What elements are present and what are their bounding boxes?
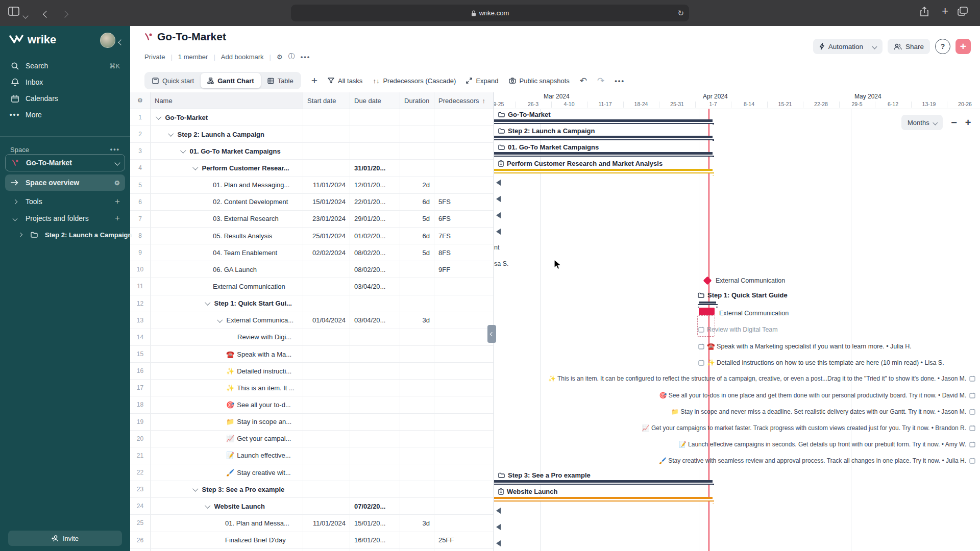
cell-name[interactable]: 03. External Research (151, 211, 303, 227)
sidebar-collapse-icon[interactable] (119, 37, 123, 46)
offscreen-left-arrow[interactable] (496, 524, 501, 530)
cell-duration[interactable] (400, 109, 434, 126)
cell-predecessors[interactable]: 6FS (434, 211, 494, 227)
cell-name[interactable]: 02. Content Develop... (151, 549, 303, 551)
table-row[interactable]: 21📝Launch effective... (130, 447, 494, 464)
table-row[interactable]: 14Review with Digi... (130, 329, 494, 346)
invite-button[interactable]: Invite (8, 531, 122, 546)
cell-start-date[interactable] (303, 261, 350, 278)
cell-start-date[interactable]: 11/01/2024 (303, 177, 350, 193)
add-view-button[interactable]: + (311, 74, 317, 87)
chevron-down-icon[interactable] (156, 114, 161, 119)
cell-start-date[interactable] (303, 447, 350, 464)
add-icon[interactable]: + (115, 213, 120, 223)
tab-quick-start[interactable]: Quick start (145, 73, 201, 88)
cell-start-date[interactable] (303, 160, 350, 176)
column-header-predecessors[interactable]: Predecessors↑ (434, 92, 494, 109)
cell-due-date[interactable]: 22/01/20... (350, 549, 400, 551)
cell-due-date[interactable]: 29/01/20... (350, 211, 400, 227)
table-row[interactable]: 19📁Stay in scope an... (130, 414, 494, 431)
add-bookmark-link[interactable]: Add bookmark (221, 53, 264, 61)
add-button[interactable]: + (955, 39, 971, 54)
sidebar-item-calendars[interactable]: Calendars (5, 90, 125, 107)
gantt-timeline-header[interactable]: Mar 2024Apr 2024May 202419-2526-34-1011-… (494, 92, 980, 109)
members-label[interactable]: 1 member (178, 53, 208, 61)
cell-predecessors[interactable]: 9FF (434, 261, 494, 278)
cell-name[interactable]: Finalized Brief D'day (151, 532, 303, 548)
column-header-due-date[interactable]: Due date (350, 92, 400, 109)
cell-predecessors[interactable] (434, 177, 494, 193)
table-row[interactable]: 2501. Plan and Messa...11/01/202415/01/2… (130, 515, 494, 532)
table-row[interactable]: 15☎️Speak with a Ma... (130, 346, 494, 363)
add-icon[interactable]: + (115, 196, 120, 207)
gantt-task-label[interactable]: ✨ Detailed instructions on how to use th… (698, 359, 944, 366)
cell-duration[interactable] (400, 143, 434, 159)
table-row[interactable]: 703. External Research23/01/202429/01/20… (130, 211, 494, 228)
column-header-name[interactable]: Name (151, 92, 303, 109)
cell-predecessors[interactable] (434, 295, 494, 312)
gear-icon[interactable]: ⚙ (277, 53, 283, 61)
sidebar-item-search[interactable]: Search ⌘K (5, 58, 125, 74)
cell-due-date[interactable]: 22/01/20... (350, 194, 400, 210)
offscreen-left-arrow[interactable] (496, 180, 501, 186)
cell-duration[interactable] (400, 498, 434, 514)
cell-due-date[interactable]: 03/04/20... (350, 278, 400, 294)
cell-start-date[interactable] (303, 431, 350, 447)
cell-predecessors[interactable]: 7FS (434, 228, 494, 244)
browser-tabs-overview-icon[interactable] (958, 7, 968, 16)
chevron-down-icon[interactable] (205, 503, 210, 508)
table-row[interactable]: 16✨Detailed instructi... (130, 363, 494, 380)
cell-predecessors[interactable]: 8FS (434, 244, 494, 261)
gantt-summary-bar[interactable] (494, 169, 713, 173)
table-row[interactable]: 13External Communica...01/04/202403/04/2… (130, 312, 494, 329)
redo-icon[interactable]: ↷ (597, 76, 604, 86)
cell-name[interactable]: 05. Results Analysis (151, 228, 303, 244)
automation-button[interactable]: Automation (813, 39, 883, 54)
zoom-out-button[interactable]: − (951, 117, 957, 128)
cell-duration[interactable]: 5d (400, 244, 434, 261)
cell-predecessors[interactable] (434, 126, 494, 142)
expand-button[interactable]: Expand (466, 77, 498, 85)
cell-predecessors[interactable] (434, 143, 494, 159)
table-row[interactable]: 26Finalized Brief D'day16/01/20...25FF (130, 532, 494, 549)
cell-name[interactable]: Perform Customer Resear... (151, 160, 303, 176)
sidebar-item-tools[interactable]: Tools + (5, 193, 125, 210)
milestone-diamond[interactable] (703, 276, 712, 285)
table-row[interactable]: 301. Go-To Market Campaigns (130, 143, 494, 160)
table-row[interactable]: 18🎯See all your to-d... (130, 396, 494, 413)
cell-duration[interactable] (400, 532, 434, 548)
offscreen-left-arrow[interactable] (496, 212, 501, 218)
gantt-summary-bar[interactable] (494, 497, 713, 502)
cell-predecessors[interactable] (434, 447, 494, 464)
cell-name[interactable]: 📁Stay in scope an... (151, 414, 303, 430)
offscreen-left-arrow[interactable] (496, 508, 501, 514)
table-row[interactable]: 602. Content Development15/01/202422/01/… (130, 194, 494, 211)
chevron-down-icon[interactable] (192, 165, 198, 170)
cell-name[interactable]: 📝Launch effective... (151, 447, 303, 464)
cell-due-date[interactable] (350, 464, 400, 481)
cell-start-date[interactable] (303, 329, 350, 345)
cell-predecessors[interactable]: 25FF (434, 532, 494, 548)
table-row[interactable]: 2Step 2: Launch a Campaign (130, 126, 494, 143)
chevron-down-icon[interactable] (192, 486, 198, 491)
cell-duration[interactable] (400, 329, 434, 345)
cell-predecessors[interactable] (434, 464, 494, 481)
cell-start-date[interactable]: 18/01/2024 (303, 549, 350, 551)
cell-due-date[interactable]: 08/02/20... (350, 261, 400, 278)
cell-duration[interactable] (400, 431, 434, 447)
browser-back-icon[interactable] (44, 8, 49, 20)
table-row[interactable]: 17✨This is an item. It ... (130, 380, 494, 396)
chevron-down-icon[interactable] (217, 317, 223, 322)
sidebar-project-item[interactable]: Step 2: Launch a Campaign (5, 227, 125, 243)
cell-due-date[interactable] (350, 143, 400, 159)
sidebar-item-space-overview[interactable]: Space overview ⚙ (5, 174, 125, 191)
chevron-down-icon[interactable] (180, 148, 186, 154)
cell-duration[interactable]: 2d (400, 177, 434, 193)
cell-due-date[interactable] (350, 380, 400, 396)
gantt-summary-bar[interactable] (494, 136, 713, 140)
cell-duration[interactable] (400, 278, 434, 294)
gantt-summary-bar[interactable] (494, 152, 713, 157)
cell-predecessors[interactable] (434, 109, 494, 126)
cell-name[interactable]: Step 1: Quick Start Gui... (151, 295, 303, 312)
table-row[interactable]: 11External Communication03/04/20... (130, 278, 494, 295)
